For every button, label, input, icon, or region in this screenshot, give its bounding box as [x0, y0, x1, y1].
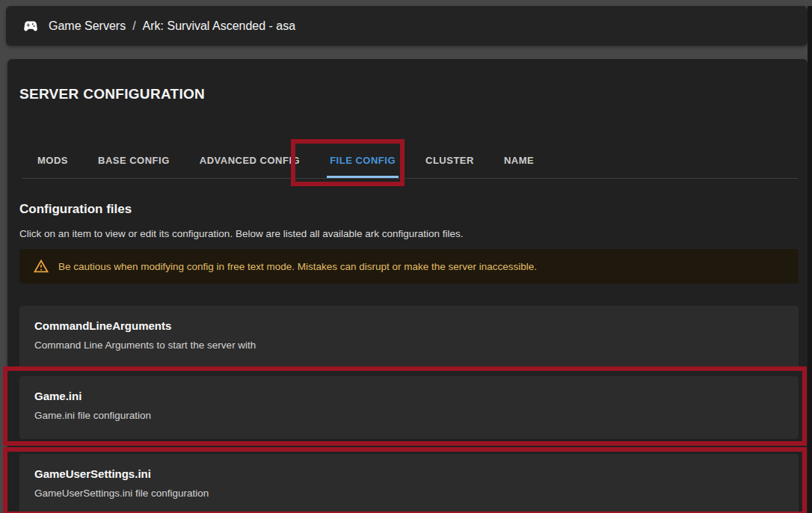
- warning-banner: Be cautious when modifying config in fre…: [19, 249, 799, 283]
- tab-name[interactable]: NAME: [489, 142, 549, 178]
- breadcrumb: Game Servers / Ark: Survival Ascended - …: [49, 19, 295, 33]
- breadcrumb-current-server: Ark: Survival Ascended - asa: [143, 19, 296, 33]
- file-name: GameUserSettings.ini: [34, 467, 784, 482]
- tab-file-config[interactable]: FILE CONFIG: [315, 142, 410, 178]
- file-item-game-ini[interactable]: Game.ini Game.ini file configuration: [19, 376, 799, 439]
- file-item-commandlinearguments[interactable]: CommandLineArguments Command Line Argume…: [19, 306, 799, 369]
- tab-base-config[interactable]: BASE CONFIG: [83, 142, 185, 178]
- config-file-list: CommandLineArguments Command Line Argume…: [19, 306, 799, 513]
- tab-bar: MODS BASE CONFIG ADVANCED CONFIG FILE CO…: [22, 142, 799, 179]
- warning-triangle-icon: [33, 258, 49, 274]
- breadcrumb-separator: /: [132, 19, 135, 33]
- section-heading: Configuration files: [19, 201, 799, 217]
- file-name: CommandLineArguments: [34, 319, 784, 334]
- file-description: Command Line Arguments to start the serv…: [34, 339, 784, 352]
- tab-mods[interactable]: MODS: [22, 142, 83, 178]
- tab-cluster[interactable]: CLUSTER: [410, 142, 489, 178]
- server-configuration-panel: SERVER CONFIGURATION MODS BASE CONFIG AD…: [7, 59, 808, 513]
- right-edge-gutter: [808, 6, 812, 513]
- page-title: SERVER CONFIGURATION: [19, 85, 799, 102]
- file-name: Game.ini: [34, 389, 784, 404]
- breadcrumb-game-servers[interactable]: Game Servers: [49, 19, 126, 33]
- screen: Game Servers / Ark: Survival Ascended - …: [0, 0, 812, 513]
- file-item-gameusersettings-ini[interactable]: GameUserSettings.ini GameUserSettings.in…: [19, 454, 799, 513]
- breadcrumb-bar: Game Servers / Ark: Survival Ascended - …: [6, 6, 808, 46]
- gamepad-icon: [22, 18, 39, 34]
- section-description: Click on an item to view or edit its con…: [19, 227, 799, 240]
- file-description: Game.ini file configuration: [34, 409, 784, 423]
- file-description: GameUserSettings.ini file configuration: [34, 487, 784, 500]
- warning-text: Be cautious when modifying config in fre…: [58, 261, 537, 272]
- tab-advanced-config[interactable]: ADVANCED CONFIG: [185, 142, 315, 178]
